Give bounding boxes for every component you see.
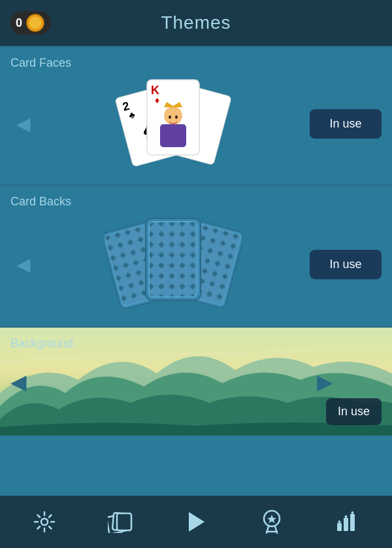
coin-container: 0 [10, 11, 51, 35]
card-backs-prev-button[interactable]: ◀ [10, 254, 37, 275]
card-faces-prev-button[interactable]: ◀ [10, 113, 37, 135]
background-label: Background [10, 337, 73, 351]
card-faces-svg: 2 ♣ ♠ 8 ♦ ♠ K ♦ [111, 77, 235, 171]
coin-icon [26, 14, 44, 32]
svg-point-1 [29, 16, 42, 29]
svg-text:♦: ♦ [155, 95, 159, 105]
svg-rect-41 [344, 518, 348, 531]
stats-nav-button[interactable] [328, 505, 367, 538]
svg-rect-28 [149, 222, 197, 297]
svg-rect-42 [350, 514, 355, 531]
card-backs-preview [37, 215, 310, 313]
svg-rect-15 [160, 124, 186, 147]
cards-nav-button[interactable] [101, 505, 140, 538]
card-backs-section: Card Backs ◀ [0, 186, 392, 326]
play-icon [186, 511, 206, 533]
background-in-use-button[interactable]: In use [326, 398, 382, 425]
svg-point-17 [175, 116, 178, 119]
svg-point-16 [169, 116, 171, 119]
achievements-icon [261, 509, 283, 534]
stats-icon [336, 511, 359, 532]
card-faces-content: ◀ 2 ♣ ♠ 8 ♦ ♠ [10, 77, 382, 171]
svg-point-13 [164, 107, 182, 125]
page-title: Themes [161, 12, 231, 33]
bottom-nav [0, 496, 392, 548]
svg-point-30 [41, 519, 48, 525]
card-faces-preview: 2 ♣ ♠ 8 ♦ ♠ K ♦ [37, 77, 310, 171]
card-faces-section: Card Faces ◀ 2 ♣ ♠ 8 ♦ ♠ [0, 47, 392, 184]
svg-rect-33 [117, 513, 131, 530]
svg-marker-36 [267, 515, 276, 523]
settings-icon [33, 511, 56, 533]
card-backs-content: ◀ [10, 215, 382, 313]
svg-point-45 [351, 511, 354, 514]
card-backs-label: Card Backs [10, 195, 382, 209]
card-faces-in-use-button[interactable]: In use [310, 109, 382, 139]
settings-nav-button[interactable] [25, 505, 64, 538]
background-next-button[interactable]: ▶ [317, 369, 333, 394]
play-nav-button[interactable] [176, 505, 216, 538]
background-prev-button[interactable]: ◀ [10, 369, 27, 394]
svg-point-44 [345, 515, 348, 518]
svg-marker-34 [189, 512, 204, 532]
coin-count: 0 [16, 16, 22, 30]
card-backs-in-use-button[interactable]: In use [310, 250, 382, 279]
achievements-nav-button[interactable] [252, 505, 291, 538]
background-section: Background ◀ ▶ In use [0, 328, 392, 436]
cards-icon [108, 511, 133, 533]
card-faces-label: Card Faces [10, 56, 382, 70]
card-backs-svg [105, 215, 242, 313]
header: 0 Themes [0, 0, 392, 46]
svg-point-43 [338, 521, 341, 523]
svg-rect-40 [337, 523, 342, 531]
